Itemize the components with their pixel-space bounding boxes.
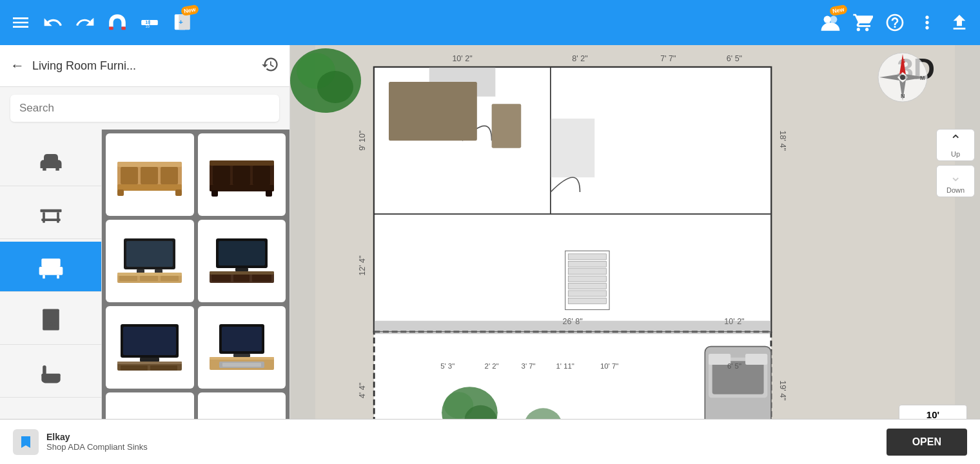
furniture-item-1[interactable] — [106, 133, 194, 216]
ad-description: Shop ADA Compliant Sinks — [46, 442, 148, 452]
svg-rect-58 — [252, 275, 271, 282]
svg-text:9' 10": 9' 10" — [358, 131, 367, 151]
svg-point-147 — [900, 75, 905, 80]
svg-rect-0 — [109, 26, 113, 30]
furniture-item-2[interactable] — [198, 133, 286, 216]
breadcrumb: ← Living Room Furni... — [0, 45, 289, 87]
ad-content: Elkay Shop ADA Compliant Sinks — [13, 429, 148, 455]
svg-text:19' 4": 19' 4" — [778, 380, 787, 400]
svg-rect-65 — [150, 365, 177, 371]
svg-rect-31 — [161, 167, 178, 184]
svg-text:10' 7": 10' 7" — [600, 362, 618, 370]
floor-plan[interactable]: 10' 2" 8' 2" 7' 7" 6' 5" 9' 10" 12' 4" 4… — [290, 45, 980, 464]
compass: S N M — [877, 52, 928, 103]
svg-rect-36 — [210, 185, 274, 191]
measure-icon[interactable]: 10 10 — [139, 12, 160, 33]
svg-text:4' 4": 4' 4" — [358, 383, 367, 398]
new-item-icon[interactable]: + New — [172, 12, 192, 33]
ad-text: Elkay Shop ADA Compliant Sinks — [46, 432, 148, 452]
svg-text:3' 7": 3' 7" — [522, 362, 536, 370]
furniture-item-4[interactable] — [198, 220, 286, 302]
search-input[interactable] — [10, 95, 279, 122]
up-button[interactable]: ⌃ Up — [936, 129, 975, 161]
help-icon[interactable] — [885, 12, 905, 33]
breadcrumb-title: Living Room Furni... — [32, 59, 253, 73]
svg-point-87 — [317, 71, 353, 103]
search-bar — [0, 87, 289, 130]
svg-rect-56 — [211, 275, 231, 282]
users-badge: New — [829, 5, 848, 16]
category-bath[interactable] — [0, 347, 101, 398]
svg-text:2' 2": 2' 2" — [485, 362, 499, 370]
category-tv-stand[interactable] — [0, 242, 101, 292]
svg-rect-17 — [57, 275, 59, 278]
svg-text:1' 11": 1' 11" — [556, 362, 574, 370]
svg-rect-30 — [141, 167, 158, 184]
svg-rect-29 — [121, 167, 138, 184]
svg-point-9 — [824, 16, 831, 23]
svg-rect-128 — [568, 261, 606, 267]
svg-rect-130 — [568, 276, 606, 282]
category-sidebar — [0, 130, 102, 464]
furniture-grid — [102, 130, 289, 464]
ad-open-button[interactable]: OPEN — [887, 429, 967, 456]
svg-rect-129 — [568, 269, 606, 275]
furniture-item-3[interactable] — [106, 220, 194, 302]
svg-text:6' 5": 6' 5" — [727, 54, 742, 63]
svg-rect-55 — [210, 271, 274, 275]
svg-rect-18 — [41, 258, 60, 267]
svg-rect-72 — [222, 363, 261, 367]
view-controls: ⌃ Up ⌄ Down — [936, 129, 975, 197]
cart-icon[interactable] — [852, 12, 873, 33]
svg-rect-133 — [568, 298, 606, 304]
redo-button[interactable] — [75, 12, 95, 33]
svg-marker-148 — [21, 436, 30, 448]
svg-rect-28 — [117, 184, 182, 191]
menu-icon[interactable] — [10, 12, 31, 33]
down-button[interactable]: ⌄ Down — [936, 165, 975, 197]
svg-text:N: N — [901, 93, 905, 99]
magnet-icon[interactable] — [107, 12, 128, 33]
toolbar: 10 10 + New New — [0, 0, 980, 45]
category-appliance[interactable] — [0, 295, 101, 345]
ad-brand: Elkay — [46, 432, 148, 442]
more-icon[interactable] — [917, 12, 937, 33]
category-sofa[interactable] — [0, 136, 101, 186]
svg-rect-131 — [568, 283, 606, 289]
svg-rect-13 — [57, 212, 59, 223]
new-badge: New — [181, 5, 199, 16]
users-icon[interactable]: New — [820, 12, 841, 33]
undo-button[interactable] — [43, 12, 63, 33]
svg-rect-57 — [233, 275, 250, 282]
content-area — [0, 130, 289, 464]
furniture-item-5[interactable] — [106, 306, 194, 389]
svg-text:10' 2": 10' 2" — [452, 54, 472, 63]
svg-rect-12 — [43, 212, 45, 223]
toolbar-right: New — [820, 12, 970, 33]
svg-text:6' 5": 6' 5" — [727, 362, 741, 370]
svg-rect-52 — [219, 241, 265, 266]
svg-point-23 — [53, 322, 57, 326]
svg-rect-49 — [140, 276, 158, 281]
svg-point-22 — [49, 322, 53, 326]
svg-rect-11 — [40, 209, 61, 212]
svg-text:M: M — [920, 75, 925, 81]
svg-rect-40 — [211, 190, 218, 197]
svg-point-10 — [830, 16, 837, 23]
upload-icon[interactable] — [949, 12, 970, 33]
ad-banner: Elkay Shop ADA Compliant Sinks OPEN — [0, 419, 980, 464]
svg-text:12' 4": 12' 4" — [358, 255, 367, 275]
svg-rect-94 — [551, 119, 594, 177]
svg-text:10: 10 — [146, 24, 150, 28]
back-button[interactable]: ← — [10, 57, 24, 74]
svg-rect-14 — [41, 218, 60, 221]
history-icon[interactable] — [261, 55, 279, 77]
svg-rect-104 — [745, 354, 767, 365]
category-table[interactable] — [0, 189, 101, 239]
furniture-item-6[interactable] — [198, 306, 286, 389]
svg-rect-27 — [117, 162, 182, 167]
svg-rect-16 — [43, 275, 45, 278]
svg-rect-67 — [222, 327, 262, 351]
svg-rect-32 — [117, 189, 124, 196]
svg-rect-96 — [492, 104, 522, 148]
